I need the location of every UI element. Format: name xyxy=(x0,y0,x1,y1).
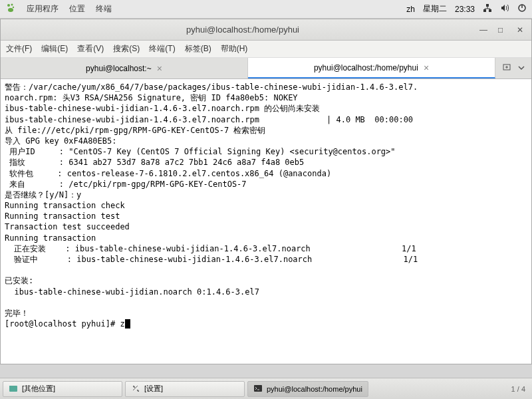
svg-rect-5 xyxy=(489,9,491,12)
svg-rect-4 xyxy=(483,9,486,12)
menubar: 文件(F) 编辑(E) 查看(V) 搜索(S) 终端(T) 标签(B) 帮助(H… xyxy=(1,41,531,58)
menu-view[interactable]: 查看(V) xyxy=(77,43,104,55)
tabbar: pyhui@localhost:~ × pyhui@localhost:/hom… xyxy=(1,58,531,79)
window-title: pyhui@localhost:/home/pyhui xyxy=(6,25,479,35)
places-menu[interactable]: 位置 xyxy=(69,3,85,15)
day-label: 星期二 xyxy=(423,3,447,15)
svg-rect-14 xyxy=(254,385,262,392)
task-label: [设置] xyxy=(144,384,163,394)
tab-0[interactable]: pyhui@localhost:~ × xyxy=(1,58,248,78)
task-settings[interactable]: [设置] xyxy=(125,381,245,397)
task-label: pyhui@localhost:/home/pyhui xyxy=(267,385,362,393)
menu-search[interactable]: 搜索(S) xyxy=(113,43,140,55)
applications-menu[interactable]: 应用程序 xyxy=(27,3,59,15)
task-files[interactable]: [其他位置] xyxy=(3,381,122,397)
gnome-foot-icon xyxy=(5,3,16,15)
close-icon[interactable]: × xyxy=(424,63,429,73)
power-icon[interactable] xyxy=(517,3,527,15)
svg-point-1 xyxy=(11,4,13,6)
volume-icon[interactable] xyxy=(500,3,509,15)
input-method-indicator[interactable]: zh xyxy=(406,5,415,14)
svg-point-0 xyxy=(7,4,10,7)
new-tab-icon[interactable] xyxy=(502,63,511,74)
shell-prompt[interactable]: [root@localhost pyhui]# z xyxy=(5,319,125,329)
top-panel: 应用程序 位置 终端 zh 星期二 23:33 xyxy=(0,0,532,19)
menu-terminal[interactable]: 终端(T) xyxy=(149,43,175,55)
network-icon[interactable] xyxy=(483,3,492,15)
workspace-pager[interactable]: 1 / 4 xyxy=(511,385,529,393)
settings-icon xyxy=(131,384,140,394)
tab-1[interactable]: pyhui@localhost:/home/pyhui × xyxy=(248,58,495,78)
terminal-output[interactable]: 警告：/var/cache/yum/x86_64/7/base/packages… xyxy=(1,79,531,364)
terminal-window: pyhui@localhost:/home/pyhui — □ ✕ 文件(F) … xyxy=(0,19,532,364)
menu-edit[interactable]: 编辑(E) xyxy=(41,43,68,55)
bottom-taskbar: [其他位置] [设置] pyhui@localhost:/home/pyhui … xyxy=(0,378,532,399)
cursor xyxy=(125,319,130,329)
tab-label: pyhui@localhost:/home/pyhui xyxy=(314,63,418,72)
svg-point-3 xyxy=(8,8,13,12)
menu-tabs[interactable]: 标签(B) xyxy=(185,43,211,55)
clock[interactable]: 23:33 xyxy=(455,5,475,14)
svg-point-2 xyxy=(13,7,14,8)
files-icon xyxy=(9,384,18,394)
svg-rect-13 xyxy=(9,386,13,388)
chevron-down-icon[interactable] xyxy=(518,64,525,73)
tab-label: pyhui@localhost:~ xyxy=(86,64,152,73)
menu-help[interactable]: 帮助(H) xyxy=(221,43,248,55)
minimize-button[interactable]: — xyxy=(479,25,489,35)
terminal-menu[interactable]: 终端 xyxy=(96,3,112,15)
window-titlebar[interactable]: pyhui@localhost:/home/pyhui — □ ✕ xyxy=(1,19,531,41)
maximize-button[interactable]: □ xyxy=(498,25,507,35)
terminal-icon xyxy=(253,384,263,394)
task-label: [其他位置] xyxy=(22,384,55,394)
close-button[interactable]: ✕ xyxy=(517,25,526,35)
svg-rect-6 xyxy=(486,4,489,7)
task-terminal[interactable]: pyhui@localhost:/home/pyhui xyxy=(247,381,368,397)
close-icon[interactable]: × xyxy=(157,63,162,74)
menu-file[interactable]: 文件(F) xyxy=(6,43,32,55)
